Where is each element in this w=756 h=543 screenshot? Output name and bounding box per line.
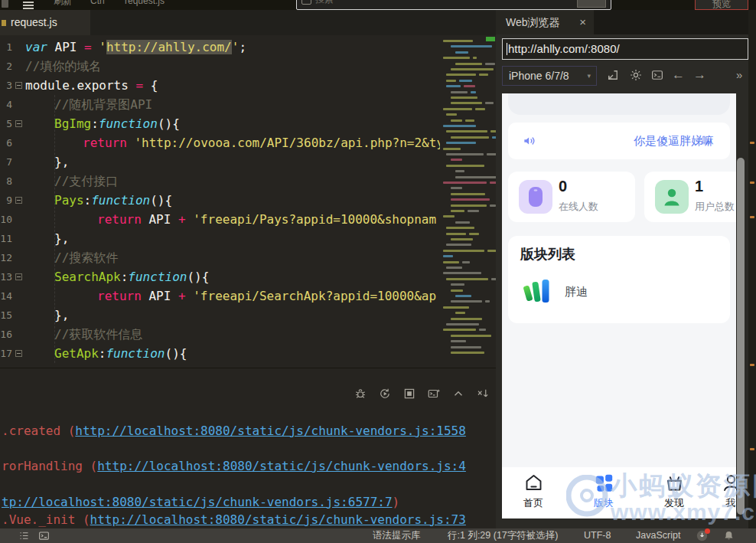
tab-label: request.js xyxy=(11,16,57,28)
fold-icon[interactable] xyxy=(15,120,22,127)
close-icon[interactable]: × xyxy=(579,10,586,34)
syntax-hint-lib[interactable]: 语法提示库 xyxy=(373,528,421,543)
code-line[interactable]: 3module.exports = { xyxy=(0,76,440,95)
fold-gutter xyxy=(12,325,25,344)
minimap-bar xyxy=(446,153,484,155)
fold-icon[interactable] xyxy=(15,273,22,280)
forward-arrow-icon[interactable]: → xyxy=(693,65,706,85)
tab-web-browser[interactable]: Web浏览器 × xyxy=(496,10,594,34)
code-editor[interactable]: 1var API = 'http://ahlly.com/';2//填你的域名3… xyxy=(0,35,440,368)
open-external-browser-icon[interactable] xyxy=(606,68,620,82)
nav-label: 版块 xyxy=(577,496,631,510)
fold-gutter[interactable] xyxy=(12,191,25,210)
toolbar-item[interactable]: request.js xyxy=(125,0,165,8)
online-count: 0 xyxy=(559,178,567,195)
fold-icon[interactable] xyxy=(15,82,22,89)
more-tools-icon[interactable]: » xyxy=(736,65,741,85)
board-list-card: 版块列表 胖迪 xyxy=(508,236,730,323)
menu-icon[interactable] xyxy=(23,2,34,9)
minimap-bar xyxy=(469,233,479,235)
minimap[interactable] xyxy=(440,35,496,368)
code-line[interactable]: 9Pays:function(){ xyxy=(0,191,440,210)
code-line[interactable]: 17GetApk:function(){ xyxy=(0,344,440,363)
nav-item-me[interactable]: 我 xyxy=(704,473,736,510)
search-go-button[interactable] xyxy=(577,0,606,8)
update-download-icon[interactable] xyxy=(696,530,708,541)
line-number: 14 xyxy=(0,286,12,306)
clear-console-icon[interactable] xyxy=(476,387,490,401)
nav-item-home[interactable]: 首页 xyxy=(507,473,560,510)
code-line[interactable]: 16//获取软件信息 xyxy=(0,325,440,344)
indent-guide xyxy=(54,95,55,363)
new-terminal-icon[interactable] xyxy=(427,387,441,401)
fold-gutter[interactable] xyxy=(12,344,25,363)
encoding[interactable]: UTF-8 xyxy=(584,528,611,543)
bell-icon[interactable] xyxy=(723,530,735,541)
code-line[interactable]: 13SearchApk:function(){ xyxy=(0,267,440,286)
minimap-bar xyxy=(455,51,468,54)
code-line[interactable]: 1var API = 'http://ahlly.com/'; xyxy=(0,38,440,57)
minimap-bar xyxy=(451,102,482,104)
toolbar-item[interactable]: 刷新 xyxy=(54,0,72,8)
minimap-bar xyxy=(455,295,471,297)
code-line[interactable]: 6return 'http://ovooa.com/API/360bz/api.… xyxy=(0,133,440,152)
code-line[interactable]: 11}, xyxy=(0,229,440,248)
stat-card-online[interactable]: 0 在线人数 xyxy=(508,172,635,222)
console-source-link[interactable]: tp://localhost:8080/static/js/chunk-vend… xyxy=(2,495,393,509)
code-line[interactable]: 2//填你的域名 xyxy=(0,57,440,76)
minimap-bar xyxy=(451,45,492,47)
console-source-link[interactable]: http://localhost:8080/static/js/chunk-ve… xyxy=(75,424,466,438)
board-item[interactable]: 胖迪 xyxy=(565,285,588,299)
code-line[interactable]: 12//搜索软件 xyxy=(0,248,440,267)
device-stat-icon xyxy=(519,180,552,214)
code-line[interactable]: 14return API + 'freeapi/SearchApk?appid=… xyxy=(0,286,440,306)
code-line[interactable]: 5BgImg:function(){ xyxy=(0,114,440,133)
fold-gutter[interactable] xyxy=(12,114,25,133)
line-number: 12 xyxy=(0,248,12,267)
settings-gear-icon[interactable] xyxy=(629,68,643,82)
restart-icon[interactable] xyxy=(378,387,392,401)
fold-gutter xyxy=(12,248,25,267)
command-search-input[interactable]: 搜索 xyxy=(296,0,611,10)
search-pill[interactable] xyxy=(508,93,730,115)
language-mode[interactable]: JavaScript xyxy=(636,528,680,543)
fold-gutter[interactable] xyxy=(12,76,25,95)
back-arrow-icon[interactable]: ← xyxy=(672,65,685,85)
terminal-icon[interactable] xyxy=(38,530,50,541)
fold-gutter[interactable] xyxy=(12,267,25,286)
code-line[interactable]: 7}, xyxy=(0,152,440,172)
tab-request-js[interactable]: request.js xyxy=(0,10,90,35)
code-line[interactable]: 8//支付接口 xyxy=(0,172,440,191)
collapse-panel-icon[interactable] xyxy=(451,387,465,401)
fold-icon[interactable] xyxy=(15,197,22,204)
minimap-bar xyxy=(443,182,487,184)
url-input[interactable]: http://ahlly.com/:8080/ xyxy=(502,38,748,60)
minimap-bar xyxy=(451,187,462,189)
code-text: return API + 'freeapi/Pays?appid=10000&s… xyxy=(25,210,436,229)
code-text: return 'http://ovooa.com/API/360bz/api.p… xyxy=(25,133,440,152)
fold-icon[interactable] xyxy=(15,350,22,357)
minimap-bar xyxy=(464,85,475,87)
devtools-console-icon[interactable] xyxy=(650,68,664,82)
ide-window: 刷新 Ctrl request.js 搜索 预览 request.js 1var… xyxy=(0,0,756,543)
code-line[interactable]: 15}, xyxy=(0,306,440,325)
code-line[interactable]: 4//随机背景图API xyxy=(0,95,440,114)
console-source-link[interactable]: http://localhost:8080/static/js/chunk-ve… xyxy=(97,459,466,473)
nav-item-discover[interactable]: 发现 xyxy=(647,473,701,510)
outline-list-icon[interactable] xyxy=(18,530,30,541)
preview-scrollbar[interactable] xyxy=(737,158,745,515)
code-lines: 1var API = 'http://ahlly.com/';2//填你的域名3… xyxy=(0,38,440,363)
debug-bug-icon[interactable] xyxy=(354,387,367,401)
stat-card-users[interactable]: 1 用户总数 xyxy=(644,172,736,222)
run-button[interactable]: 预览 xyxy=(695,0,748,10)
stop-icon[interactable] xyxy=(402,387,416,401)
device-select[interactable]: iPhone 6/7/8 ▾ xyxy=(502,66,597,86)
fold-gutter xyxy=(12,172,25,191)
line-number: 13 xyxy=(0,267,12,286)
cursor-position[interactable]: 行:1 列:29 (17字符被选择) xyxy=(448,528,558,543)
nav-item-boards[interactable]: 版块 xyxy=(577,473,631,510)
toolbar-item[interactable]: Ctrl xyxy=(90,0,105,8)
announcement-card[interactable]: 你是傻逼胖娣嘛 xyxy=(508,123,730,159)
code-line[interactable]: 10return API + 'freeapi/Pays?appid=10000… xyxy=(0,210,440,229)
console-source-link[interactable]: http://localhost:8080/static/js/chunk-ve… xyxy=(90,512,466,527)
